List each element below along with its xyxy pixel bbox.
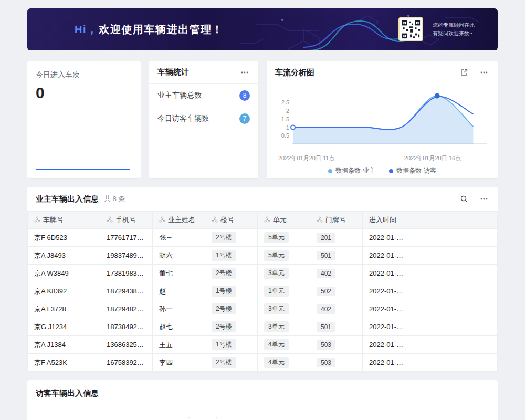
banner-hi: Hi， [75, 24, 98, 35]
table-row: 京F 6D52317761717…张三2号楼5单元2012022-01-… [28, 229, 498, 247]
cell-plate: 京A W3849 [28, 265, 100, 282]
table-row: 京A J138413686325…王五1号楼4单元5032022-01-… [28, 336, 498, 354]
cell-building: 1号楼 [205, 247, 258, 265]
cell-door-no: 402 [310, 300, 363, 318]
export-icon[interactable] [459, 67, 469, 78]
svg-text:2: 2 [286, 108, 289, 114]
tag-pill: 501 [317, 322, 335, 332]
cell-enter-time: 2022-01-… [363, 229, 415, 247]
tag-pill: 503 [317, 358, 335, 368]
tag-pill: 402 [317, 269, 335, 278]
column-header-door-no[interactable]: 门牌号 [310, 212, 363, 229]
cell-door-no: 501 [310, 318, 363, 336]
tag-pill: 5单元 [264, 250, 289, 261]
tag-pill: 2号楼 [212, 357, 236, 368]
cell-enter-time: 2022-01-… [363, 300, 415, 318]
table-row: 京A W384917381983…董七2号楼3单元4022022-01-… [28, 265, 498, 282]
column-header-enter-time[interactable]: 进入时间 [363, 212, 415, 229]
table-row: 京A K839218729438…赵二1号楼1单元5022022-01-… [28, 282, 498, 300]
cell-building: 2号楼 [205, 229, 258, 247]
cell-phone: 18729438… [100, 282, 153, 300]
cell-unit: 4单元 [258, 354, 310, 372]
relation-icon [212, 216, 218, 224]
cell-unit: 3单元 [258, 265, 310, 282]
relation-icon [159, 216, 165, 224]
traffic-line-chart: 0.511.522.5 2022年01月20日 11点 2022年01月20日 … [267, 84, 498, 175]
cell-plate: 京G J1234 [28, 318, 100, 336]
more-icon[interactable] [479, 194, 489, 204]
cell-door-no: 503 [310, 336, 363, 354]
cell-filler [415, 336, 498, 354]
legend-dot-icon [389, 169, 393, 173]
cell-door-no: 402 [310, 265, 363, 282]
stat-label: 今日访客车辆数 [158, 114, 209, 123]
column-header-building[interactable]: 楼号 [205, 212, 258, 229]
tag-pill: 201 [317, 233, 335, 243]
cell-unit: 4单元 [258, 336, 310, 354]
stats-card-title: 车辆统计 [158, 67, 189, 77]
more-icon[interactable] [479, 67, 489, 78]
qr-code-image [401, 19, 421, 39]
cell-enter-time: 2022-01-… [363, 282, 415, 300]
more-icon[interactable] [239, 67, 250, 78]
cell-owner-name: 张三 [153, 229, 205, 247]
cell-building: 2号楼 [205, 354, 258, 372]
cell-filler [415, 354, 498, 372]
tag-pill: 5单元 [264, 232, 289, 243]
chart-legend: 数据条数-业主 数据条数-访客 [275, 166, 489, 175]
tag-pill: 502 [317, 287, 335, 296]
stat-row-visitor-today: 今日访客车辆数 7 [158, 107, 250, 130]
owner-vehicles-card: 业主车辆出入信息 共 8 条 车牌号 手机号 业主姓名 [27, 187, 498, 372]
welcome-banner: Hi，欢迎使用车辆进出管理！ 您的专属顾问在此 有疑问欢迎来数~ [27, 8, 498, 50]
owner-vehicles-table: 车牌号 手机号 业主姓名 楼号 单元 门牌号 进入时间 京F 6D5231776… [27, 211, 498, 372]
cell-filler [415, 318, 498, 336]
cell-enter-time: 2022-01-… [363, 265, 415, 282]
cell-phone: 18738492… [100, 318, 153, 336]
search-icon[interactable] [459, 194, 469, 204]
cell-door-no: 502 [310, 282, 363, 300]
cell-enter-time: 2022-01-… [363, 336, 415, 354]
x-axis-tick-right: 2022年01月20日 16点 [404, 154, 461, 162]
cell-unit: 3单元 [258, 300, 310, 318]
relation-icon [317, 216, 323, 224]
cell-filler [415, 265, 498, 282]
today-entries-card: 今日进入车次 0 [27, 61, 141, 178]
cell-door-no: 503 [310, 354, 363, 372]
record-count: 共 8 条 [104, 194, 125, 204]
column-header-owner-name[interactable]: 业主姓名 [153, 212, 205, 229]
tag-pill: 503 [317, 340, 335, 350]
legend-item-owner[interactable]: 数据条数-业主 [328, 166, 375, 175]
table-row: 京A J849319837489…胡六1号楼5单元5012022-01-… [28, 247, 498, 265]
cell-filler [415, 282, 498, 300]
banner-title: Hi，欢迎使用车辆进出管理！ [75, 23, 223, 37]
chart-card-title: 车流分析图 [275, 68, 314, 78]
tag-pill: 1单元 [264, 286, 289, 297]
tag-pill: 4单元 [264, 357, 289, 368]
line-chart-canvas: 0.511.522.5 [275, 85, 489, 154]
cell-owner-name: 董七 [153, 265, 205, 282]
partial-button[interactable]: 截屏 [188, 417, 217, 420]
banner-title-text: 欢迎使用车辆进出管理！ [99, 24, 224, 35]
svg-text:0.5: 0.5 [281, 132, 289, 139]
qr-code [398, 17, 423, 41]
vehicle-stats-card: 车辆统计 业主车辆总数 8 今日访客车辆数 7 [149, 61, 258, 178]
column-header-phone[interactable]: 手机号 [100, 212, 153, 229]
cell-phone: 13686325… [100, 336, 153, 354]
cell-filler [415, 229, 498, 247]
svg-text:1: 1 [286, 124, 289, 131]
column-header-plate[interactable]: 车牌号 [28, 212, 100, 229]
column-header-unit[interactable]: 单元 [258, 212, 310, 229]
cell-plate: 京A J1384 [28, 336, 100, 354]
tag-pill: 2号楼 [212, 232, 236, 243]
table-row: 京G J123418738492…赵七2号楼3单元5012022-01-… [28, 318, 498, 336]
legend-item-visitor[interactable]: 数据条数-访客 [389, 166, 436, 175]
cell-owner-name: 孙一 [153, 300, 205, 318]
tag-pill: 1号楼 [212, 339, 236, 350]
cell-plate: 京A J8493 [28, 247, 100, 265]
cell-door-no: 501 [310, 247, 363, 265]
tag-pill: 2号楼 [212, 303, 236, 314]
tag-pill: 3单元 [264, 303, 289, 314]
tag-pill: 402 [317, 304, 335, 314]
tag-pill: 1号楼 [212, 286, 236, 297]
legend-dot-icon [328, 169, 332, 173]
